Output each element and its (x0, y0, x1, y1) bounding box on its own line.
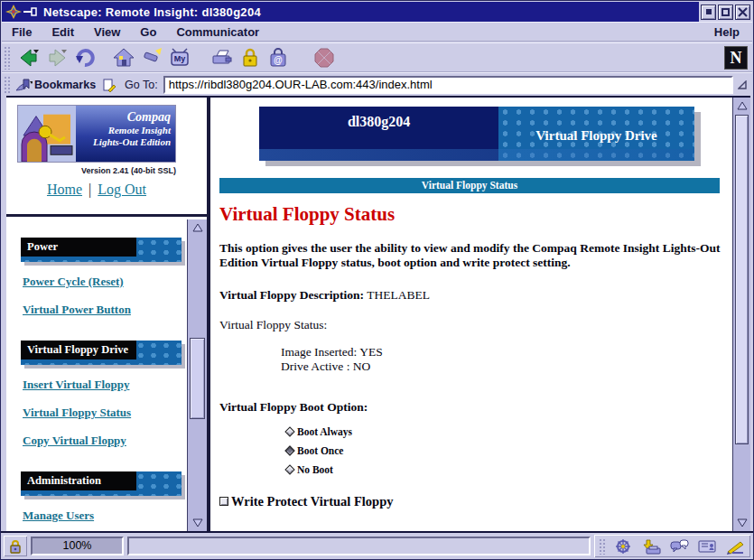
maximize-icon (721, 8, 730, 16)
menu-communicator[interactable]: Communicator (166, 25, 269, 39)
url-input[interactable] (163, 76, 733, 94)
app-icon (5, 5, 22, 19)
back-icon (18, 47, 40, 69)
nav-section-power-title: Power (21, 238, 136, 257)
sidebar-link-power-cycle[interactable]: Power Cycle (Reset) (23, 275, 180, 289)
menu-view[interactable]: View (84, 25, 130, 39)
discussions-button[interactable] (666, 537, 692, 555)
close-button[interactable] (735, 5, 750, 20)
description-line: Virtual Floppy Description: THELABEL (219, 288, 725, 303)
main-scroll-up-button[interactable] (733, 98, 750, 114)
status-lines: Image Inserted: YES Drive Active : NO (281, 345, 725, 374)
my-netscape-button[interactable]: My (165, 44, 193, 70)
stop-button[interactable] (310, 44, 338, 70)
nav-section-floppy-title: Virtual Floppy Drive (21, 341, 136, 359)
inbox-button[interactable] (638, 537, 664, 555)
toolbar-grip[interactable] (4, 46, 11, 70)
composer-button[interactable] (721, 537, 748, 555)
compaq-logo-art (18, 106, 76, 162)
page-proxy-icon[interactable] (101, 78, 116, 92)
home-link[interactable]: Home (47, 182, 82, 197)
main-scroll-down-button[interactable] (733, 515, 750, 531)
sidebar-link-insert-virtual-floppy[interactable]: Insert Virtual Floppy (23, 378, 180, 392)
menu-edit[interactable]: Edit (42, 25, 84, 39)
status-image-inserted: Image Inserted: YES (281, 345, 725, 359)
write-protect-row[interactable]: Write Protect Virtual Floppy (219, 494, 725, 509)
sidebar-link-copy-virtual-floppy[interactable]: Copy Virtual Floppy (23, 434, 180, 448)
bookmarks-label[interactable]: Bookmarks (34, 79, 96, 91)
titlebar[interactable]: Netscape: Remote Insight: dl380g204 (2, 2, 752, 22)
home-icon (113, 47, 135, 69)
minimize-button[interactable] (701, 5, 716, 20)
sidebar-scrollbar[interactable] (187, 219, 207, 531)
location-bar: Bookmarks Go To: (2, 72, 752, 96)
no-boot-option[interactable]: No Boot (286, 464, 725, 475)
nav-section-floppy-header: Virtual Floppy Drive (21, 341, 182, 365)
progress-indicator: 100% (31, 537, 124, 555)
boot-once-radio[interactable] (284, 445, 294, 455)
pin-icon (23, 6, 38, 17)
close-icon (738, 7, 748, 17)
navigation-toolbar: My @ (2, 42, 752, 72)
menu-help[interactable]: Help (702, 25, 752, 39)
boot-always-radio[interactable] (284, 426, 294, 436)
browser-window: Netscape: Remote Insight: dl380g204 File… (0, 0, 754, 560)
logout-link[interactable]: Log Out (98, 182, 146, 197)
search-button[interactable] (137, 44, 165, 70)
reload-button[interactable] (70, 44, 98, 70)
sidebar-scrollbar-thumb[interactable] (190, 338, 205, 419)
back-button[interactable] (14, 44, 42, 70)
url-dropdown-icon (738, 80, 747, 89)
sidebar-link-virtual-floppy-status[interactable]: Virtual Floppy Status (23, 406, 180, 420)
status-bar: 100% (1, 531, 753, 559)
frameset: Compaq Remote Insight Lights-Out Edition… (6, 96, 750, 531)
boot-once-option[interactable]: Boot Once (286, 445, 725, 456)
boot-option-label: Virtual Floppy Boot Option: (219, 400, 725, 415)
navigator-icon (613, 538, 633, 555)
status-message-area (127, 537, 591, 555)
sidebar-link-manage-users[interactable]: Manage Users (23, 509, 180, 523)
session-links: Home | Log Out (6, 182, 187, 198)
nav-section-power-links: Power Cycle (Reset) Virtual Power Button (23, 275, 180, 317)
bookmarks-icon[interactable] (14, 78, 33, 92)
boot-always-label: Boot Always (297, 426, 352, 437)
print-icon (211, 47, 233, 69)
write-protect-label: Write Protect Virtual Floppy (231, 494, 393, 509)
component-bar-grip[interactable] (599, 538, 606, 555)
inbox-icon (641, 538, 661, 555)
home-button[interactable] (109, 44, 137, 70)
shop-button[interactable]: @ (264, 44, 292, 70)
security-button[interactable] (236, 44, 264, 70)
menu-file[interactable]: File (2, 25, 42, 39)
shop-icon: @ (267, 47, 289, 69)
url-dropdown-button[interactable] (735, 76, 749, 94)
logo-brand: Compaq (76, 110, 171, 125)
scroll-down-icon (192, 518, 203, 527)
main-scrollbar-thumb[interactable] (735, 115, 749, 444)
netscape-logo[interactable]: N (724, 46, 748, 70)
maximize-button[interactable] (718, 5, 733, 20)
page-content: dl380g204 Virtual Floppy Drive Virtual F… (210, 98, 732, 531)
sidebar-scroll-down-button[interactable] (188, 515, 207, 531)
nav-section-admin-title: Administration (21, 471, 136, 490)
sidebar-link-virtual-power-button[interactable]: Virtual Power Button (23, 303, 180, 317)
main-scrollbar[interactable] (732, 98, 750, 531)
svg-text:@: @ (274, 55, 283, 65)
security-status-button[interactable] (4, 536, 27, 556)
composer-icon (725, 538, 745, 555)
intro-paragraph: This option gives the user the ability t… (219, 241, 721, 271)
boot-always-option[interactable]: Boot Always (286, 426, 725, 437)
menu-go[interactable]: Go (130, 25, 166, 39)
logo-line1: Remote Insight (76, 125, 171, 136)
navigator-button[interactable] (610, 537, 636, 555)
scroll-down-icon (737, 518, 748, 527)
no-boot-label: No Boot (297, 464, 333, 475)
sidebar-scroll-up-button[interactable] (188, 219, 207, 236)
description-value: THELABEL (367, 288, 430, 302)
address-book-button[interactable] (693, 537, 720, 555)
locationbar-grip[interactable] (4, 76, 11, 94)
print-button[interactable] (208, 44, 236, 70)
write-protect-checkbox[interactable] (219, 497, 228, 506)
forward-button[interactable] (42, 44, 70, 70)
no-boot-radio[interactable] (284, 464, 294, 474)
